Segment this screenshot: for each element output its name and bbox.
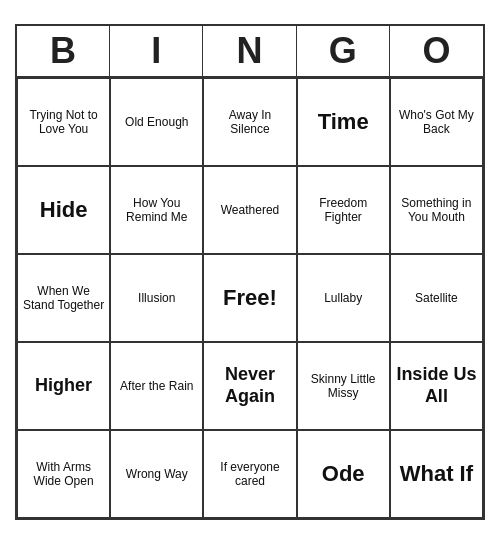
bingo-cell-r3-c1: After the Rain	[110, 342, 203, 430]
bingo-cell-r1-c4: Something in You Mouth	[390, 166, 483, 254]
bingo-cell-r2-c2: Free!	[203, 254, 296, 342]
bingo-cell-r3-c3: Skinny Little Missy	[297, 342, 390, 430]
bingo-cell-r4-c1: Wrong Way	[110, 430, 203, 518]
bingo-cell-r0-c1: Old Enough	[110, 78, 203, 166]
bingo-cell-r3-c0: Higher	[17, 342, 110, 430]
bingo-cell-r4-c4: What If	[390, 430, 483, 518]
bingo-card: BINGO Trying Not to Love YouOld EnoughAw…	[15, 24, 485, 520]
bingo-cell-r2-c3: Lullaby	[297, 254, 390, 342]
bingo-grid: Trying Not to Love YouOld EnoughAway In …	[17, 78, 483, 518]
header-letter-b: B	[17, 26, 110, 76]
header-letter-g: G	[297, 26, 390, 76]
header-letter-o: O	[390, 26, 483, 76]
bingo-cell-r1-c2: Weathered	[203, 166, 296, 254]
bingo-cell-r3-c4: Inside Us All	[390, 342, 483, 430]
header-letter-i: I	[110, 26, 203, 76]
bingo-cell-r1-c1: How You Remind Me	[110, 166, 203, 254]
bingo-cell-r4-c3: Ode	[297, 430, 390, 518]
bingo-cell-r4-c2: If everyone cared	[203, 430, 296, 518]
bingo-cell-r0-c3: Time	[297, 78, 390, 166]
bingo-cell-r0-c2: Away In Silence	[203, 78, 296, 166]
bingo-cell-r2-c0: When We Stand Together	[17, 254, 110, 342]
bingo-cell-r2-c1: Illusion	[110, 254, 203, 342]
bingo-cell-r3-c2: Never Again	[203, 342, 296, 430]
bingo-cell-r1-c3: Freedom Fighter	[297, 166, 390, 254]
bingo-cell-r1-c0: Hide	[17, 166, 110, 254]
bingo-header: BINGO	[17, 26, 483, 78]
bingo-cell-r0-c4: Who's Got My Back	[390, 78, 483, 166]
bingo-cell-r2-c4: Satellite	[390, 254, 483, 342]
bingo-cell-r0-c0: Trying Not to Love You	[17, 78, 110, 166]
header-letter-n: N	[203, 26, 296, 76]
bingo-cell-r4-c0: With Arms Wide Open	[17, 430, 110, 518]
